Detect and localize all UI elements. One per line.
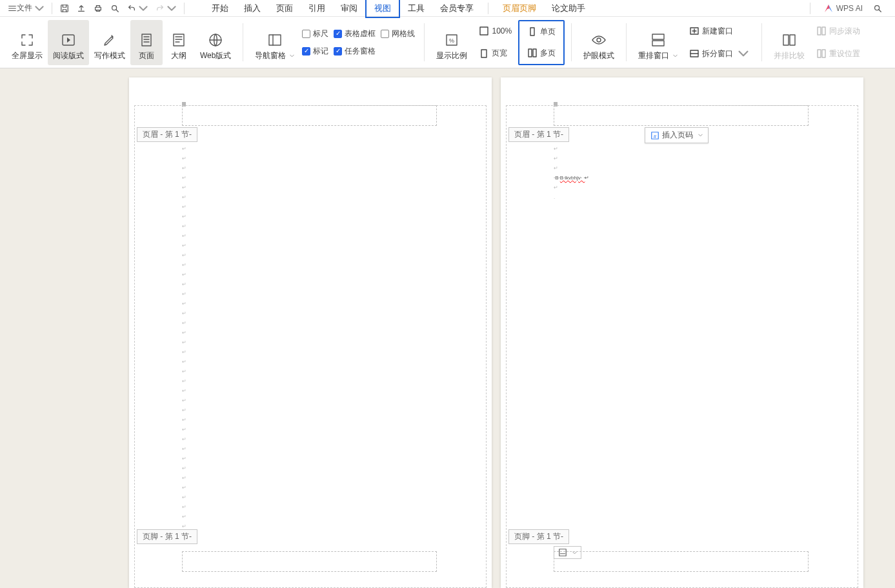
footer-section-tag: 页脚 - 第 1 节- [137,529,197,544]
svg-rect-26 [822,50,825,57]
multi-page-icon [527,48,538,58]
insert-page-number-label: 插入页码 [662,130,693,141]
writing-mode-button[interactable]: 写作模式 [89,20,130,65]
new-window-button[interactable]: 新建窗口 [685,23,752,39]
fullscreen-button[interactable]: 全屏显示 [6,20,48,65]
hundred-percent-button[interactable]: 100% [475,23,516,39]
eye-icon [591,32,607,48]
page-width-button[interactable]: 页宽 [475,45,516,61]
page-body-outline [134,105,487,588]
misspelled-text: B·ikvbhjv· · [560,175,585,181]
print-button[interactable] [90,2,106,15]
page-view-icon [139,32,154,48]
footer-area[interactable] [182,551,437,572]
separator [52,3,52,14]
footer-area[interactable] [554,551,809,572]
file-label: 文件 [17,3,32,14]
multi-page-button[interactable]: 多页 [523,45,559,61]
tab-view[interactable]: 视图 [365,0,400,18]
marks-label: 标记 [313,46,328,57]
svg-rect-6 [174,34,184,46]
undo-icon [127,4,136,13]
tab-header-footer[interactable]: 页眉页脚 [495,0,544,17]
save-button[interactable] [56,2,73,15]
show-options-col2: 表格虚框 任务窗格 [331,23,378,62]
redo-icon [156,4,165,13]
export-button[interactable] [73,2,90,15]
tab-start[interactable]: 开始 [204,0,236,17]
svg-rect-15 [533,49,536,57]
task-pane-label: 任务窗格 [345,46,376,57]
page-view-label: 页面 [139,50,154,61]
undo-button[interactable] [123,2,152,15]
task-pane-checkbox[interactable]: 任务窗格 [334,46,376,57]
menu-button[interactable]: 文件 [4,1,48,15]
insert-page-number-button[interactable]: # 插入页码 [645,127,709,143]
gridlines-checkbox[interactable]: 网格线 [381,28,415,39]
marks-checkbox[interactable]: 标记 [302,46,328,57]
gridlines-label: 网格线 [392,28,415,39]
hamburger-icon [8,4,17,13]
paragraph-marks: ↵ ↵ ↵ ↵ ↵ ↵ ↵ ↵ ↵ ↵ ↵ ↵ ↵ ↵ ↵ ↵ ↵ ↵ ↵ ↵ … [182,144,186,531]
tab-tools[interactable]: 工具 [400,0,432,17]
tab-thesis-helper[interactable]: 论文助手 [544,0,593,17]
window-options: 新建窗口 拆分窗口 [683,18,755,67]
svg-rect-12 [481,50,487,57]
group-views: 全屏显示 阅读版式 写作模式 页面 大纲 Web版式 [3,19,240,65]
search-button[interactable] [869,2,886,15]
reading-mode-icon [61,32,76,48]
svg-rect-17 [652,34,664,39]
separator [761,23,762,61]
side-by-side-button[interactable]: 并排比较 [769,20,810,65]
document-page-2[interactable]: 页眉 - 第 1 节- # 插入页码 ↵ ↵ ↵ ↵ . ·B·B·ikvbhj… [501,77,863,588]
tab-insert[interactable]: 插入 [236,0,268,17]
multi-page-label: 多页 [540,48,556,59]
table-lines-checkbox[interactable]: 表格虚框 [334,28,376,39]
fullscreen-label: 全屏显示 [12,50,43,61]
save-icon [60,4,69,13]
split-window-button[interactable]: 拆分窗口 [685,46,752,62]
print-preview-button[interactable] [106,2,123,15]
separator [243,23,243,61]
wps-ai-icon [823,3,834,14]
svg-rect-21 [783,35,789,45]
svg-rect-14 [528,49,532,57]
tab-review[interactable]: 审阅 [333,0,365,17]
svg-rect-11 [480,27,488,35]
single-page-icon [527,26,538,37]
show-options-col1: 标尺 标记 [299,23,331,62]
svg-rect-23 [818,27,821,35]
footer-section-tag: 页脚 - 第 1 节- [508,529,569,544]
tab-references[interactable]: 引用 [301,0,333,17]
reading-mode-button[interactable]: 阅读版式 [48,20,89,65]
rearrange-windows-button[interactable]: 重排窗口 [633,20,683,65]
preview-icon [110,4,119,13]
chevron-down-icon [35,4,44,13]
ruler-checkbox[interactable]: 标尺 [302,28,328,39]
single-page-button[interactable]: 单页 [523,24,559,40]
web-view-button[interactable]: Web版式 [195,20,236,65]
separator [626,23,627,61]
zoom-ratio-button[interactable]: % 显示比例 [431,20,472,65]
tab-member[interactable]: 会员专享 [432,0,481,17]
page-view-button[interactable]: 页面 [130,20,163,65]
search-icon [873,4,882,13]
redo-button[interactable] [152,2,180,15]
group-compare: 并排比较 同步滚动 重设位置 [765,19,870,65]
nav-pane-button[interactable]: 导航窗格 [250,20,299,65]
nav-pane-icon [267,32,283,48]
outline-view-button[interactable]: 大纲 [163,20,195,65]
chevron-down-icon [139,4,148,13]
zoom-options-col1: 100% 页宽 [472,18,518,66]
document-page-1[interactable]: 页眉 - 第 1 节- ↵ ↵ ↵ ↵ ↵ ↵ ↵ ↵ ↵ ↵ ↵ ↵ ↵ ↵ … [129,77,492,588]
print-icon [94,4,103,13]
show-options-col3: 网格线 [378,23,417,62]
zoom-ratio-label: 显示比例 [436,50,467,61]
side-by-side-icon [781,32,797,48]
tab-page-layout[interactable]: 页面 [268,0,301,17]
svg-text:#: # [654,133,657,139]
sync-scroll-icon [816,26,827,36]
wps-ai-button[interactable]: WPS AI [823,3,863,14]
eye-protection-button[interactable]: 护眼模式 [578,20,619,65]
side-by-side-label: 并排比较 [774,50,805,61]
